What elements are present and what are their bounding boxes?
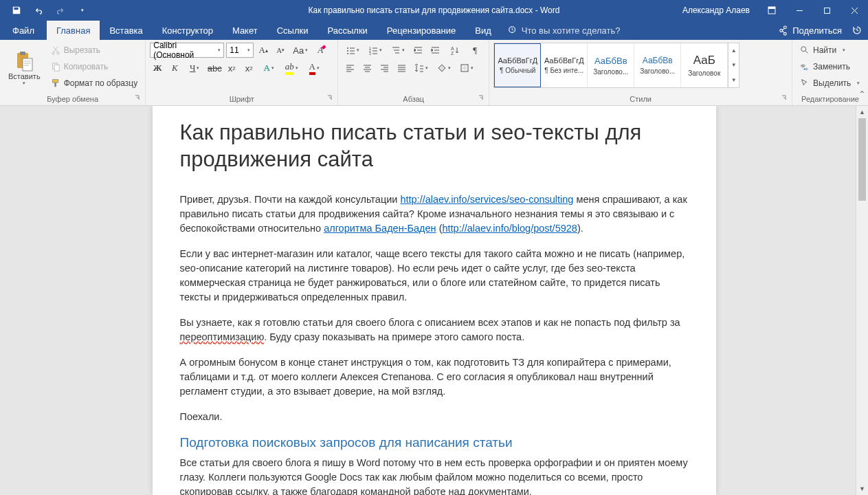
align-right-button[interactable]: [377, 60, 392, 76]
change-case-button[interactable]: Aa▾: [290, 43, 311, 58]
paste-button[interactable]: Вставить ▾: [4, 43, 45, 94]
scroll-down-button[interactable]: ▼: [856, 483, 868, 495]
style-heading1[interactable]: АаБбВв Заголово...: [588, 43, 634, 87]
bold-button[interactable]: Ж: [150, 60, 165, 76]
doc-heading2[interactable]: Подготовка поисковых запросов для написа…: [180, 435, 689, 450]
cut-button[interactable]: Вырезать: [47, 43, 142, 58]
gallery-more[interactable]: ▼: [728, 73, 739, 87]
styles-dialog-launcher[interactable]: [781, 94, 789, 102]
titlebar: ▾ Как правильно писать статьи для продви…: [0, 0, 868, 21]
clipboard-dialog-launcher[interactable]: [134, 94, 142, 102]
group-font-label: Шрифт: [150, 94, 333, 105]
tab-review[interactable]: Рецензирование: [377, 21, 465, 40]
tab-layout[interactable]: Макет: [223, 21, 267, 40]
bullets-button[interactable]: ▾: [342, 43, 363, 58]
ribbon-display-button[interactable]: [758, 0, 786, 21]
scroll-up-button[interactable]: ▲: [856, 106, 868, 118]
group-paragraph-label: Абзац: [342, 94, 485, 105]
tell-me-search[interactable]: Что вы хотите сделать?: [508, 21, 621, 40]
copy-button[interactable]: Копировать: [47, 59, 142, 74]
tab-mailings[interactable]: Рассылки: [318, 21, 377, 40]
style-normal[interactable]: АаБбВвГгД ¶ Обычный: [494, 43, 541, 87]
hyperlink[interactable]: алгоритма Баден-Баден: [324, 223, 436, 234]
group-styles-label: Стили: [493, 94, 788, 105]
group-editing-label: Редактирование: [797, 94, 864, 105]
highlight-button[interactable]: ab▾: [281, 60, 302, 76]
tab-file[interactable]: Файл: [0, 21, 47, 40]
share-button[interactable]: Поделиться: [778, 25, 842, 36]
font-size-combo[interactable]: 11▾: [226, 43, 254, 58]
numbering-button[interactable]: 123▾: [365, 43, 386, 58]
style-heading2[interactable]: АаБбВв Заголово...: [634, 43, 681, 87]
show-marks-button[interactable]: ¶: [467, 43, 482, 58]
style-title[interactable]: АаБ Заголовок: [681, 43, 728, 87]
doc-paragraph[interactable]: А огромным бонусом в конце станет инстру…: [180, 355, 689, 399]
tab-view[interactable]: Вид: [465, 21, 501, 40]
subscript-button[interactable]: x2: [224, 60, 239, 76]
qat-customize[interactable]: ▾: [71, 0, 93, 21]
justify-button[interactable]: [394, 60, 409, 76]
gallery-up[interactable]: ▲: [728, 43, 739, 58]
hyperlink[interactable]: http://alaev.info/services/seo-consultin…: [400, 194, 573, 205]
line-spacing-button[interactable]: ▾: [411, 60, 432, 76]
font-color-button[interactable]: A▾: [304, 60, 324, 76]
user-name[interactable]: Александр Алаев: [674, 6, 758, 15]
shading-button[interactable]: ▾: [434, 60, 454, 76]
gallery-down[interactable]: ▼: [728, 58, 739, 72]
paragraph-dialog-launcher[interactable]: [478, 94, 486, 102]
doc-paragraph[interactable]: Поехали.: [180, 410, 689, 424]
replace-button[interactable]: abac Заменить: [797, 59, 864, 74]
format-painter-button[interactable]: Формат по образцу: [47, 76, 142, 91]
ribbon-tabs: Файл Главная Вставка Конструктор Макет С…: [0, 21, 868, 40]
multilevel-button[interactable]: ▾: [388, 43, 408, 58]
scroll-thumb[interactable]: [858, 118, 866, 201]
style-no-spacing[interactable]: АаБбВвГгД ¶ Без инте...: [541, 43, 588, 87]
tab-home[interactable]: Главная: [47, 21, 100, 40]
clear-formatting-button[interactable]: A◆: [313, 43, 328, 58]
italic-button[interactable]: К: [167, 60, 182, 76]
doc-paragraph[interactable]: Если у вас интернет-магазин или каталог,…: [180, 247, 689, 305]
increase-indent-button[interactable]: [427, 43, 443, 58]
borders-button[interactable]: ▾: [456, 60, 477, 76]
hyperlink[interactable]: http://alaev.info/blog/post/5928: [442, 223, 577, 234]
tab-design[interactable]: Конструктор: [153, 21, 223, 40]
doc-heading[interactable]: Как правильно писать статьи и seo-тексты…: [180, 120, 689, 173]
maximize-button[interactable]: [813, 0, 841, 21]
collapse-ribbon-button[interactable]: ˆ: [860, 90, 864, 102]
redo-button[interactable]: [49, 0, 71, 21]
strikethrough-button[interactable]: abc: [207, 60, 222, 76]
svg-rect-12: [54, 65, 59, 71]
align-center-button[interactable]: [359, 60, 375, 76]
save-button[interactable]: [5, 0, 27, 21]
decrease-indent-button[interactable]: [410, 43, 425, 58]
vertical-scrollbar[interactable]: ▲ ▼: [856, 106, 868, 495]
styles-gallery[interactable]: АаБбВвГгД ¶ Обычный АаБбВвГгД ¶ Без инте…: [493, 43, 739, 88]
doc-paragraph[interactable]: Привет, друзья. Почти на каждой консульт…: [180, 192, 689, 236]
svg-rect-8: [23, 58, 32, 71]
svg-text:3: 3: [369, 52, 371, 55]
underline-button[interactable]: Ч▾: [184, 60, 205, 76]
svg-text:ac: ac: [803, 66, 808, 71]
grow-font-button[interactable]: A▴: [256, 43, 271, 58]
tab-references[interactable]: Ссылки: [267, 21, 318, 40]
font-dialog-launcher[interactable]: [326, 94, 335, 102]
doc-paragraph[interactable]: Вы узнаете, как я готовлю статьи для сво…: [180, 316, 689, 344]
text-effects-button[interactable]: A▾: [258, 60, 279, 76]
doc-paragraph[interactable]: Все статьи для своего блога я пишу в Wor…: [180, 456, 689, 495]
font-name-combo[interactable]: Calibri (Основной▾: [150, 43, 224, 58]
history-button[interactable]: [852, 25, 863, 36]
spellcheck-error[interactable]: переоптимизацию: [180, 331, 265, 342]
group-clipboard: Вставить ▾ Вырезать Копировать Формат по…: [0, 40, 146, 105]
group-clipboard-label: Буфер обмена: [4, 94, 141, 105]
find-button[interactable]: Найти▾: [797, 43, 864, 58]
align-left-button[interactable]: [342, 60, 357, 76]
select-button[interactable]: Выделить▾: [797, 76, 864, 91]
superscript-button[interactable]: x2: [241, 60, 256, 76]
undo-button[interactable]: [27, 0, 49, 21]
close-button[interactable]: [841, 0, 868, 21]
tab-insert[interactable]: Вставка: [100, 21, 152, 40]
page[interactable]: Как правильно писать статьи и seo-тексты…: [153, 106, 716, 495]
sort-button[interactable]: AZ: [445, 43, 465, 58]
shrink-font-button[interactable]: A▾: [273, 43, 288, 58]
minimize-button[interactable]: [786, 0, 813, 21]
